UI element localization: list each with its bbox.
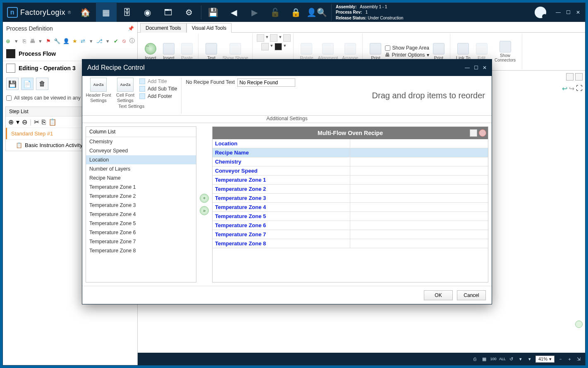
doc-save-icon[interactable]: 💾 (6, 78, 19, 90)
zoom-display[interactable]: 41% ▾ (535, 356, 555, 363)
paste-icon[interactable]: 📋 (48, 118, 57, 126)
dialog-maximize-icon[interactable]: ☐ (474, 65, 478, 71)
all-steps-input[interactable] (6, 95, 12, 101)
redo-icon[interactable]: ↪ (569, 85, 574, 93)
recipe-row[interactable]: Temperature Zone 3 (213, 194, 488, 203)
recipe-row[interactable]: Temperature Zone 4 (213, 203, 488, 212)
column-item[interactable]: Chemistry (86, 137, 196, 146)
gear-icon[interactable]: ⚙ (179, 3, 199, 22)
recipe-row[interactable]: Temperature Zone 7 (213, 230, 488, 239)
insert-button[interactable]: →Insert (142, 42, 159, 61)
sync-icon[interactable]: ◉ (137, 3, 158, 22)
add-all-icon[interactable]: » (200, 206, 209, 215)
text-button[interactable]: Text (203, 42, 220, 61)
s4-icon[interactable]: ALL (499, 356, 506, 362)
recipe-row[interactable]: Location (213, 139, 488, 148)
db-icon[interactable]: 🗄 (117, 3, 137, 22)
user-avatar-icon[interactable] (535, 7, 546, 18)
arrange-button[interactable]: Arrange (340, 42, 360, 61)
column-item[interactable]: Temperature Zone 1 (86, 183, 196, 192)
grid-icon[interactable]: ▦ (96, 3, 117, 22)
rotate-button[interactable]: Rotate (298, 42, 315, 61)
recipe-row[interactable]: Temperature Zone 8 (213, 239, 488, 248)
find-user-icon[interactable]: 👤🔍 (306, 3, 327, 22)
no-recipe-found-input[interactable] (237, 78, 295, 87)
print2-button[interactable]: Print (430, 42, 447, 61)
undo-icon[interactable]: ↩ (562, 85, 567, 93)
rect-icon[interactable] (261, 43, 269, 50)
bullets-icon[interactable] (270, 34, 277, 42)
copy-icon[interactable]: ⎘ (22, 37, 27, 45)
header-font-settings-button[interactable]: Aa▪Za Header Font Settings (86, 78, 111, 103)
recipe-row[interactable]: Conveyor Speed (213, 166, 488, 176)
cut-icon[interactable]: ✂ (34, 118, 39, 126)
fwd-icon[interactable]: ▶ (244, 3, 265, 22)
ok-button[interactable]: OK (424, 290, 453, 300)
align-icon[interactable] (257, 34, 264, 42)
add-title-button[interactable]: Add Title (139, 78, 177, 84)
canvas-tool-1-icon[interactable] (566, 73, 574, 81)
minimize-icon[interactable]: — (555, 9, 562, 16)
s5-icon[interactable]: ↺ (508, 356, 515, 362)
show-connectors-button[interactable]: Show Connectors (491, 40, 519, 63)
print-icon[interactable]: 🖶 (30, 37, 36, 45)
column-item[interactable]: Recipe Name (86, 173, 196, 183)
flag-icon[interactable]: ⚑ (46, 37, 52, 45)
column-item[interactable]: Temperature Zone 4 (86, 210, 196, 219)
add-icon[interactable]: ⊕ (5, 37, 11, 45)
recipe-row[interactable]: Temperature Zone 1 (213, 176, 488, 185)
zoom-fit-icon[interactable]: ⇲ (575, 356, 582, 362)
s2-icon[interactable]: ▦ (481, 356, 488, 362)
ok-icon[interactable]: ✔ (113, 37, 119, 45)
tab-document-tools[interactable]: Document Tools (140, 23, 186, 33)
s7-icon[interactable]: ▾ (526, 356, 533, 362)
person-icon[interactable]: 👤 (63, 37, 69, 45)
cancel-button[interactable]: Cancel (457, 290, 486, 300)
tool-icon[interactable]: 🔧 (54, 37, 60, 45)
add-footer-button[interactable]: Add Footer (139, 93, 177, 99)
close-icon[interactable]: ✕ (574, 9, 582, 16)
s3-icon[interactable]: 100 (490, 356, 497, 362)
zoom-in-icon[interactable]: ＋ (566, 356, 573, 362)
canvas-tool-2-icon[interactable] (575, 73, 583, 81)
printer-options-button[interactable]: 🖶 Printer Options ▾ (385, 52, 429, 58)
linkto-button[interactable]: Link To (454, 42, 472, 61)
dialog-minimize-icon[interactable]: — (465, 65, 470, 71)
recipe-row[interactable]: Temperature Zone 6 (213, 221, 488, 230)
column-item[interactable]: Number of Layers (86, 164, 196, 173)
add-corner-icon[interactable] (575, 321, 583, 328)
s6-icon[interactable]: ▾ (517, 356, 524, 362)
column-item[interactable]: Temperature Zone 6 (86, 228, 196, 237)
copy2-icon[interactable]: ⎘ (42, 119, 46, 126)
fill-icon[interactable] (275, 43, 282, 50)
column-item[interactable]: Temperature Zone 5 (86, 219, 196, 228)
maximize-icon[interactable]: ☐ (564, 9, 572, 16)
insert2-button[interactable]: Insert (160, 42, 177, 61)
lock-icon[interactable]: 🔒 (286, 3, 306, 22)
home-icon[interactable]: 🏠 (75, 3, 96, 22)
column-item[interactable]: Temperature Zone 8 (86, 246, 196, 255)
column-item[interactable]: Temperature Zone 2 (86, 192, 196, 201)
s1-icon[interactable]: ⎙ (472, 356, 478, 362)
column-item[interactable]: Temperature Zone 7 (86, 237, 196, 246)
route-icon[interactable]: ⇄ (80, 37, 86, 45)
show-shape-button[interactable]: Show Shape (221, 42, 250, 61)
process-flow-node[interactable]: Process Flow (3, 47, 137, 61)
recipe-row[interactable]: Chemistry (213, 157, 488, 166)
pin-icon[interactable]: 📌 (128, 26, 134, 31)
step-add-icon[interactable]: ⊕ (8, 118, 14, 126)
recipe-delete-icon[interactable] (479, 129, 486, 137)
save-icon[interactable]: 💾 (203, 3, 224, 22)
stop-icon[interactable]: ⦸ (121, 37, 127, 45)
print-button[interactable]: Print (367, 42, 384, 61)
recipe-row[interactable]: Temperature Zone 2 (213, 185, 488, 194)
recipe-edit-icon[interactable] (470, 129, 477, 137)
branch-icon[interactable]: ⎇ (96, 37, 103, 45)
step-del-icon[interactable]: ⊖ (22, 118, 27, 126)
alignment-button[interactable]: Alignment (316, 42, 339, 61)
back-icon[interactable]: ◀ (224, 3, 244, 22)
column-item[interactable]: Conveyor Speed (86, 146, 196, 155)
column-item[interactable]: Temperature Zone 3 (86, 201, 196, 210)
star-icon[interactable]: ★ (72, 37, 78, 45)
fit-icon[interactable]: ⛶ (576, 85, 583, 93)
